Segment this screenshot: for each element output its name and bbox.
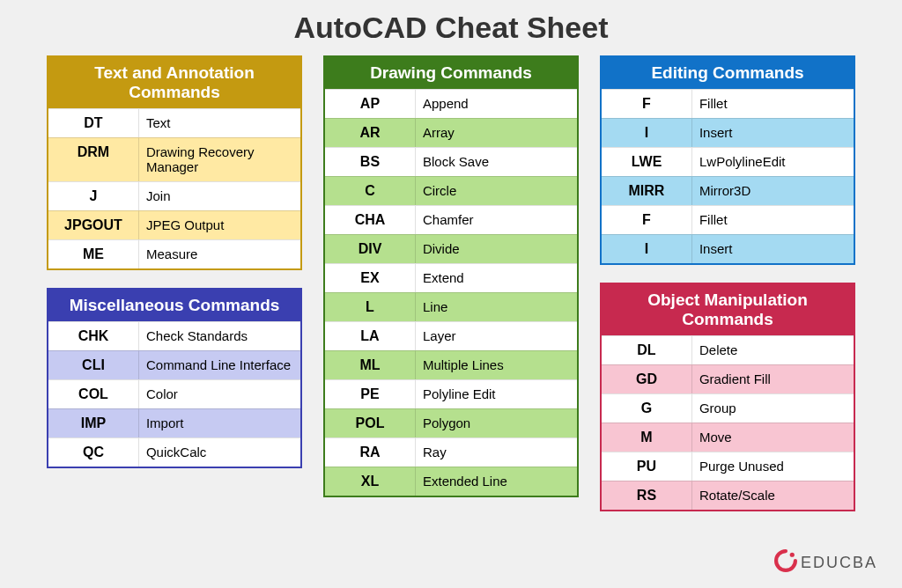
card-miscellaneous: Miscellaneous Commands CHKCheck Standard…: [47, 288, 302, 468]
command-code: DT: [48, 109, 139, 137]
command-code: XL: [325, 467, 416, 496]
command-description: Group: [692, 394, 854, 423]
logo: EDUCBA: [774, 549, 877, 576]
command-code: RS: [602, 481, 692, 510]
table-row: DTText: [48, 108, 300, 137]
table-row: GGroup: [602, 393, 854, 423]
command-description: Delete: [692, 336, 854, 364]
command-code: DRM: [48, 138, 139, 181]
command-code: AP: [325, 90, 416, 118]
command-description: Ray: [416, 438, 577, 467]
command-code: I: [602, 119, 692, 147]
table-row: DIVDivide: [325, 234, 577, 263]
logo-icon: [774, 549, 797, 576]
table-row: LWELwPolylineEdit: [602, 147, 854, 176]
card-body: DTTextDRMDrawing Recovery ManagerJJoinJP…: [48, 108, 300, 268]
command-description: Circle: [416, 177, 577, 205]
table-row: ARArray: [325, 118, 577, 147]
command-code: EX: [325, 264, 416, 292]
command-description: Polygon: [416, 409, 577, 437]
command-description: Layer: [416, 322, 577, 350]
command-description: Append: [416, 90, 577, 118]
command-code: LA: [325, 322, 416, 350]
table-row: CLICommand Line Interface: [48, 350, 300, 379]
card-drawing: Drawing Commands APAppendARArrayBSBlock …: [323, 55, 579, 497]
right-column: Editing Commands FFilletIInsertLWELwPoly…: [600, 55, 855, 511]
table-row: JJoin: [48, 181, 300, 210]
card-header: Text and Annotation Commands: [48, 57, 300, 108]
table-row: MMove: [602, 423, 854, 452]
card-body: APAppendARArrayBSBlock SaveCCircleCHACha…: [325, 89, 577, 496]
command-code: AR: [325, 119, 416, 147]
table-row: RSRotate/Scale: [602, 481, 854, 510]
card-header: Miscellaneous Commands: [48, 290, 300, 321]
card-body: CHKCheck StandardsCLICommand Line Interf…: [48, 321, 300, 467]
command-code: DL: [602, 336, 692, 364]
table-row: JPGOUTJPEG Output: [48, 210, 300, 239]
command-code: CHA: [325, 206, 416, 234]
card-body: FFilletIInsertLWELwPolylineEditMIRRMirro…: [602, 89, 854, 263]
table-row: MIRRMirror3D: [602, 176, 854, 205]
command-description: Array: [416, 119, 577, 147]
middle-column: Drawing Commands APAppendARArrayBSBlock …: [323, 55, 579, 511]
command-code: BS: [325, 148, 416, 176]
table-row: QCQuickCalc: [48, 437, 300, 467]
command-description: Mirror3D: [692, 177, 854, 205]
card-editing: Editing Commands FFilletIInsertLWELwPoly…: [600, 55, 855, 265]
command-description: Insert: [692, 119, 854, 147]
command-code: L: [325, 293, 416, 321]
command-description: Join: [139, 182, 300, 210]
command-description: Line: [416, 293, 577, 321]
command-code: LWE: [602, 148, 692, 176]
command-description: Fillet: [692, 90, 854, 118]
table-row: EXExtend: [325, 263, 577, 292]
table-row: GDGradient Fill: [602, 364, 854, 393]
table-row: LALayer: [325, 321, 577, 350]
command-description: Text: [139, 109, 300, 137]
command-code: DIV: [325, 235, 416, 263]
command-description: Extended Line: [416, 467, 577, 496]
command-code: I: [602, 235, 692, 263]
command-description: Color: [139, 380, 300, 408]
table-row: POLPolygon: [325, 408, 577, 437]
command-code: JPGOUT: [48, 211, 139, 239]
command-description: Insert: [692, 235, 854, 263]
card-header: Editing Commands: [602, 57, 854, 89]
svg-point-0: [790, 553, 795, 557]
command-code: CHK: [48, 322, 139, 350]
card-header: Drawing Commands: [325, 57, 577, 89]
table-row: BSBlock Save: [325, 147, 577, 176]
command-code: RA: [325, 438, 416, 467]
command-code: GD: [602, 365, 692, 393]
command-description: Drawing Recovery Manager: [139, 138, 300, 181]
left-column: Text and Annotation Commands DTTextDRMDr…: [47, 55, 302, 511]
command-code: IMP: [48, 409, 139, 437]
table-row: IInsert: [602, 234, 854, 263]
command-description: Extend: [416, 264, 577, 292]
command-code: PE: [325, 380, 416, 408]
logo-text: EDUCBA: [801, 554, 877, 572]
command-code: G: [602, 394, 692, 423]
command-description: Gradient Fill: [692, 365, 854, 393]
command-description: JPEG Output: [139, 211, 300, 239]
command-description: Polyline Edit: [416, 380, 577, 408]
command-code: COL: [48, 380, 139, 408]
command-description: Block Save: [416, 148, 577, 176]
command-code: PU: [602, 452, 692, 481]
command-code: CLI: [48, 351, 139, 379]
table-row: PEPolyline Edit: [325, 379, 577, 408]
table-row: XLExtended Line: [325, 467, 577, 496]
command-description: Purge Unused: [692, 452, 854, 481]
command-code: ME: [48, 240, 139, 268]
command-description: Fillet: [692, 206, 854, 234]
command-description: Chamfer: [416, 206, 577, 234]
card-body: DLDeleteGDGradient FillGGroupMMovePUPurg…: [602, 335, 854, 510]
command-description: Import: [139, 409, 300, 437]
page-title: AutoCAD Cheat Sheet: [32, 11, 870, 45]
command-code: F: [602, 90, 692, 118]
card-header: Object Manipulation Commands: [602, 284, 854, 335]
table-row: CCircle: [325, 176, 577, 205]
table-row: IInsert: [602, 118, 854, 147]
card-text-annotation: Text and Annotation Commands DTTextDRMDr…: [47, 55, 302, 270]
command-code: C: [325, 177, 416, 205]
